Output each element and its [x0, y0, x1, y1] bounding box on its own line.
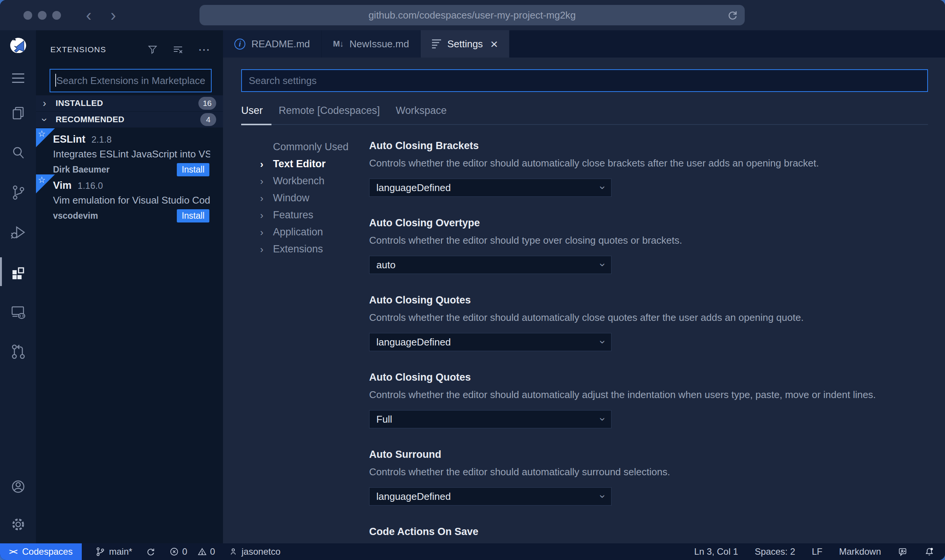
feedback-icon[interactable]: [898, 547, 908, 557]
explorer-icon[interactable]: [0, 93, 36, 133]
chevron-down-icon: ›: [597, 186, 608, 189]
address-bar[interactable]: github.com/codespaces/user-my-project-mg…: [200, 5, 745, 25]
extension-name: Vim: [53, 180, 72, 191]
source-control-icon[interactable]: [0, 173, 36, 212]
pull-requests-icon[interactable]: [0, 331, 36, 371]
tree-item-application[interactable]: › Application: [260, 224, 369, 241]
sync-icon: [146, 547, 156, 557]
active-scope-underline: [241, 124, 271, 125]
clear-search-results-icon[interactable]: [172, 44, 184, 55]
setting-description: Controls whether the editor should type …: [369, 234, 928, 247]
more-actions-icon[interactable]: ⋯: [198, 47, 210, 53]
setting-title: Auto Closing Quotes: [369, 294, 928, 306]
chevron-right-icon: ›: [260, 176, 269, 186]
cursor-position-status[interactable]: Ln 3, Col 1: [694, 546, 738, 557]
reload-icon[interactable]: [727, 9, 739, 21]
info-icon: i: [234, 39, 245, 50]
settings-list: Auto Closing Brackets Controls whether t…: [369, 138, 928, 543]
chevron-right-icon: ›: [43, 98, 53, 109]
tab-bar: i README.md M↓ NewIssue.md Settings ×: [223, 30, 945, 58]
text-cursor: [55, 74, 56, 87]
chevron-right-icon: ›: [260, 159, 269, 169]
close-icon[interactable]: ×: [490, 37, 498, 50]
scope-tab-remote[interactable]: Remote [Codespaces]: [279, 105, 380, 117]
extension-list-item-eslint[interactable]: ☆ ESLint 2.1.8 Integrates ESLint JavaScr…: [36, 128, 223, 174]
setting-auto-closing-brackets: Auto Closing Brackets Controls whether t…: [369, 139, 928, 197]
user-status[interactable]: jasonetco: [229, 546, 281, 557]
section-recommended[interactable]: › RECOMMENDED 4: [36, 112, 223, 128]
install-button[interactable]: Install: [177, 209, 209, 222]
extension-description: Vim emulation for Visual Studio Code...: [53, 194, 210, 206]
language-mode-status[interactable]: Markdown: [839, 546, 881, 557]
sidebar-title: EXTENSIONS: [50, 45, 106, 54]
person-icon: [229, 547, 238, 556]
setting-title: Auto Closing Brackets: [369, 139, 928, 152]
window-controls[interactable]: [23, 11, 61, 20]
remote-explorer-icon[interactable]: [0, 292, 36, 331]
error-icon: [169, 547, 179, 557]
setting-dropdown[interactable]: Full ›: [369, 410, 611, 428]
markdown-icon: M↓: [333, 39, 343, 49]
forward-icon[interactable]: ›: [111, 7, 116, 23]
eol-status[interactable]: LF: [812, 546, 822, 557]
setting-auto-closing-quotes-2: Auto Closing Quotes Controls whether the…: [369, 371, 928, 428]
recommended-count-badge: 4: [200, 113, 216, 126]
tree-item-features[interactable]: › Features: [260, 207, 369, 224]
chevron-down-icon: ›: [597, 263, 608, 266]
installed-count-badge: 16: [198, 97, 216, 110]
back-icon[interactable]: ‹: [86, 7, 92, 23]
settings-search-input[interactable]: [241, 69, 928, 92]
section-label: RECOMMENDED: [56, 115, 125, 124]
chevron-right-icon: ›: [260, 244, 269, 254]
search-icon[interactable]: [0, 133, 36, 173]
codespaces-status-button[interactable]: >< Codespaces: [0, 543, 82, 560]
chevron-down-icon: ›: [39, 118, 50, 121]
tree-item-commonly-used[interactable]: Commonly Used: [260, 138, 369, 156]
setting-dropdown[interactable]: languageDefined ›: [369, 487, 611, 506]
settings-gear-icon[interactable]: [0, 506, 36, 543]
window-minimize-button[interactable]: [38, 11, 47, 20]
problems-status[interactable]: 0 0: [169, 546, 215, 557]
scope-divider: [241, 124, 928, 125]
tab-settings[interactable]: Settings ×: [421, 30, 509, 58]
git-branch-icon: [95, 547, 105, 557]
extensions-icon[interactable]: [0, 252, 36, 292]
setting-title: Auto Closing Overtype: [369, 216, 928, 229]
sync-status[interactable]: [146, 547, 156, 557]
tab-newissue[interactable]: M↓ NewIssue.md: [322, 30, 421, 58]
tab-readme[interactable]: i README.md: [223, 30, 321, 58]
extension-version: 2.1.8: [92, 134, 112, 145]
setting-dropdown[interactable]: auto ›: [369, 256, 611, 274]
setting-dropdown[interactable]: languageDefined ›: [369, 333, 611, 351]
recommended-ribbon-icon: ☆: [36, 128, 55, 147]
warning-icon: [197, 547, 207, 557]
run-debug-icon[interactable]: [0, 212, 36, 252]
scope-tab-workspace[interactable]: Workspace: [396, 105, 447, 117]
menu-icon[interactable]: [0, 63, 36, 93]
tree-item-text-editor[interactable]: › Text Editor: [260, 156, 369, 173]
tree-item-window[interactable]: › Window: [260, 190, 369, 207]
extensions-search-input[interactable]: [50, 69, 212, 92]
settings-editor: User Remote [Codespaces] Workspace Commo…: [223, 58, 945, 543]
tree-item-extensions[interactable]: › Extensions: [260, 241, 369, 258]
notifications-bell-icon[interactable]: [924, 547, 934, 557]
section-installed[interactable]: › INSTALLED 16: [36, 95, 223, 111]
chevron-right-icon: ›: [260, 227, 269, 237]
filter-icon[interactable]: [147, 44, 158, 55]
branch-status[interactable]: main*: [95, 546, 132, 557]
setting-description: Controls whether the editor should autom…: [369, 388, 928, 401]
url-text: github.com/codespaces/user-my-project-mg…: [368, 9, 576, 21]
indentation-status[interactable]: Spaces: 2: [755, 546, 795, 557]
account-icon[interactable]: [0, 468, 36, 506]
extension-publisher: Dirk Baeumer: [53, 165, 110, 175]
setting-title: Auto Closing Quotes: [369, 371, 928, 384]
window-close-button[interactable]: [23, 11, 32, 20]
window-zoom-button[interactable]: [52, 11, 61, 20]
tree-item-workbench[interactable]: › Workbench: [260, 173, 369, 190]
extension-list-item-vim[interactable]: ☆ Vim 1.16.0 Vim emulation for Visual St…: [36, 174, 223, 220]
scope-tab-user[interactable]: User: [241, 105, 263, 117]
tab-label: Settings: [447, 38, 483, 50]
setting-dropdown[interactable]: languageDefined ›: [369, 179, 611, 197]
browser-window: ‹ › github.com/codespaces/user-my-projec…: [0, 0, 945, 560]
chevron-right-icon: ›: [260, 193, 269, 203]
